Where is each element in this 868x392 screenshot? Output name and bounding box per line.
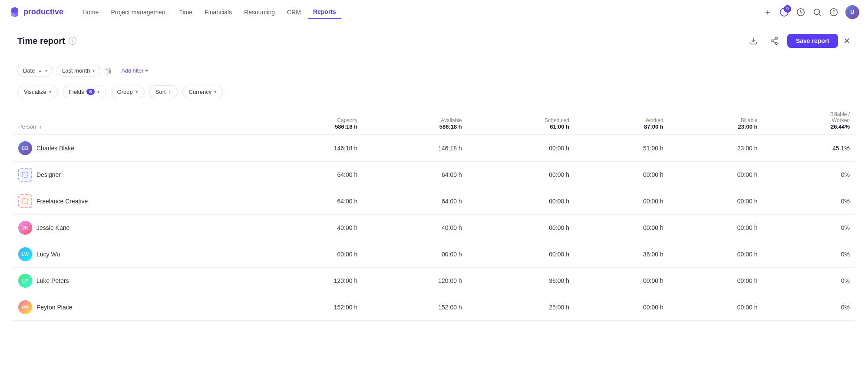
visualize-button[interactable]: Visualize ▾ [17,86,58,98]
fields-button[interactable]: Fields 6 ▾ [63,86,106,98]
date-filter-chip[interactable]: Date = ▾ [17,65,53,76]
person-cell: JK Jessie Kane [13,215,258,241]
person-sort-icon: ↑ [40,125,42,130]
person-name: Designer [36,171,61,178]
worked-label: Worked [646,117,663,123]
person-cell: Freelance Creative [13,188,258,215]
table-row[interactable]: PP Peyton Place 152:00 h 152:00 h 25:00 … [13,294,855,321]
person-name: Lucy Wu [36,251,60,258]
scheduled-total: 61:00 h [472,123,569,130]
page-header: Time report i Save report ✕ [0,24,868,56]
nav-crm[interactable]: CRM [282,6,306,18]
group-chevron-icon: ▾ [135,89,138,95]
nav-time[interactable]: Time [174,6,198,18]
table-row[interactable]: LP Luke Peters 120:00 h 120:00 h 36:00 h… [13,268,855,294]
svg-rect-13 [23,199,28,204]
table-row[interactable]: CB Charles Blake 146:18 h 146:18 h 00:00… [13,135,855,162]
col-header-available: Available 586:18 h [363,107,467,135]
table-row[interactable]: Designer 64:00 h 64:00 h 00:00 h 00:00 h… [13,162,855,188]
billable-worked-cell: 0% [762,215,855,241]
capacity-cell: 152:00 h [258,294,363,321]
save-report-button[interactable]: Save report [787,34,838,48]
scheduled-cell: 00:00 h [467,135,574,162]
person-cell: Designer [13,162,258,188]
nav-reports[interactable]: Reports [308,6,341,19]
date-chevron-icon: ▾ [45,68,47,73]
capacity-cell: 64:00 h [258,162,363,188]
notifications[interactable]: 9 [779,7,789,17]
worked-cell: 00:00 h [574,294,669,321]
person-avatar: JK [18,221,32,235]
available-cell: 64:00 h [363,188,467,215]
scheduled-cell: 36:00 h [467,268,574,294]
value-chevron-icon: ▾ [92,68,95,73]
close-button[interactable]: ✕ [843,36,851,46]
nav-financials[interactable]: Financials [199,6,237,18]
fields-label: Fields [69,89,84,95]
col-header-person[interactable]: Person ↑ [13,107,258,135]
share-button[interactable] [766,33,782,49]
col-header-worked: Worked 87:00 h [574,107,669,135]
billable-cell: 23:00 h [669,135,763,162]
time-report-table: Person ↑ Capacity 586:18 h Available 586… [13,107,855,321]
header-actions: Save report ✕ [746,33,851,49]
capacity-cell: 146:18 h [258,135,363,162]
svg-point-7 [775,37,777,40]
freelance-avatar [18,194,32,208]
logo-text: productive [23,7,63,17]
person-name: Luke Peters [36,277,69,284]
billable-total: 23:00 h [674,123,758,130]
nav-resourcing[interactable]: Resourcing [239,6,280,18]
capacity-cell: 120:00 h [258,268,363,294]
add-filter-button[interactable]: Add filter + [118,65,152,76]
capacity-label: Capacity [337,117,358,123]
currency-button[interactable]: Currency ▾ [182,86,224,98]
logo[interactable]: productive [9,6,63,18]
table-row[interactable]: LW Lucy Wu 00:00 h 00:00 h 00:00 h 36:00… [13,241,855,268]
billable-worked-total: 26.44% [768,123,850,130]
fields-count-badge: 6 [86,89,94,95]
table-row[interactable]: JK Jessie Kane 40:00 h 40:00 h 00:00 h 0… [13,215,855,241]
person-name: Freelance Creative [36,198,88,205]
timer-icon[interactable] [796,7,805,17]
sort-button[interactable]: Sort ↑ [149,85,178,98]
billable-worked-cell: 0% [762,241,855,268]
person-cell: PP Peyton Place [13,294,258,321]
nav-links: Home Project management Time Financials … [77,6,752,19]
available-cell: 64:00 h [363,162,467,188]
bell-icon: 9 [779,7,789,17]
billable-worked-cell: 0% [762,162,855,188]
search-icon[interactable] [812,7,822,17]
worked-cell: 00:00 h [574,188,669,215]
table-row[interactable]: Freelance Creative 64:00 h 64:00 h 00:00… [13,188,855,215]
capacity-total: 586:18 h [264,123,358,130]
fields-chevron-icon: ▾ [97,89,100,95]
download-button[interactable] [746,33,761,49]
person-name: Charles Blake [36,145,74,152]
svg-line-11 [773,39,776,40]
sort-arrow-icon: ↑ [168,88,172,95]
person-cell: CB Charles Blake [13,135,258,162]
billable-worked-cell: 0% [762,294,855,321]
filter-delete-button[interactable]: 🗑 [104,66,114,76]
nav-home[interactable]: Home [77,6,104,18]
user-avatar[interactable]: U [845,5,859,19]
available-cell: 120:00 h [363,268,467,294]
nav-project-management[interactable]: Project management [106,6,172,18]
help-icon[interactable]: ? [829,7,838,17]
group-label: Group [117,89,133,95]
col-header-billable: Billable 23:00 h [669,107,763,135]
billable-cell: 00:00 h [669,268,763,294]
last-month-filter-chip[interactable]: Last month ▾ [56,65,100,76]
visualize-chevron-icon: ▾ [49,89,52,95]
group-avatar [18,168,32,182]
svg-line-10 [773,41,776,43]
svg-rect-12 [23,172,28,177]
scheduled-cell: 00:00 h [467,215,574,241]
add-icon[interactable]: ＋ [763,7,772,17]
info-icon[interactable]: i [69,37,76,45]
svg-text:?: ? [832,9,835,14]
nav-right-actions: ＋ 9 ? [763,5,859,19]
group-button[interactable]: Group ▾ [111,86,145,98]
billable-worked-cell: 0% [762,268,855,294]
